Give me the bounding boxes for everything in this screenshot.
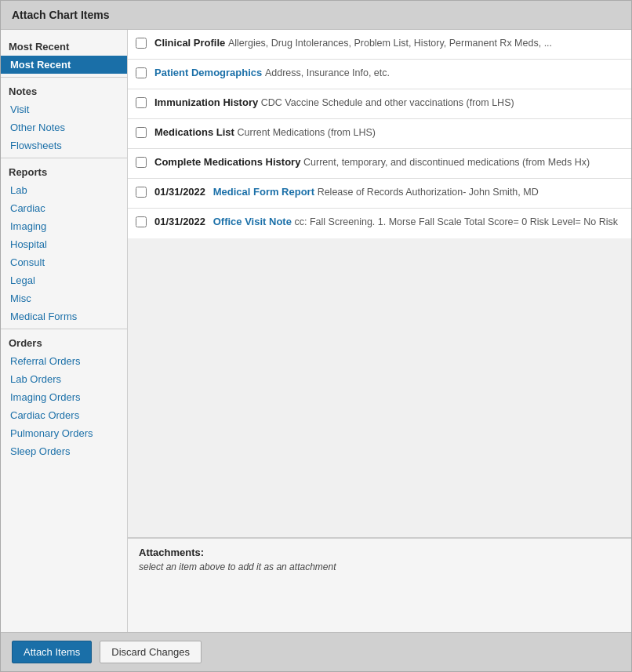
sidebar-item-imaging-orders[interactable]: Imaging Orders xyxy=(1,388,127,406)
complete-medications-history-text: Complete Medications History Current, te… xyxy=(154,155,623,170)
sidebar-item-most-recent[interactable]: Most Recent xyxy=(1,56,127,74)
attachments-label: Attachments: xyxy=(139,547,620,558)
clinical-profile-checkbox[interactable] xyxy=(136,38,147,49)
medications-list-text: Medications List Current Medications (fr… xyxy=(154,125,623,140)
sidebar-item-pulmonary-orders[interactable]: Pulmonary Orders xyxy=(1,424,127,442)
complete-medications-history-title: Complete Medications History xyxy=(154,156,300,168)
patient-demographics-checkbox[interactable] xyxy=(136,67,147,78)
medical-form-report-date: 01/31/2022 xyxy=(154,186,205,198)
sidebar-item-referral-orders[interactable]: Referral Orders xyxy=(1,352,127,370)
clinical-profile-text: Clinical Profile Allergies, Drug Intoler… xyxy=(154,36,623,51)
office-visit-note-title[interactable]: Office Visit Note xyxy=(213,216,292,227)
sidebar-divider-3 xyxy=(1,329,127,329)
list-item: Clinical Profile Allergies, Drug Intoler… xyxy=(128,30,631,60)
reports-section-header: Reports xyxy=(1,162,127,181)
sidebar: Most Recent Most Recent Notes Visit Othe… xyxy=(1,30,128,632)
clinical-profile-title: Clinical Profile xyxy=(154,37,225,49)
office-visit-note-text: 01/31/2022 Office Visit Note cc: Fall Sc… xyxy=(154,215,623,230)
attachments-area: Attachments: select an item above to add… xyxy=(128,538,631,632)
list-item: Patient Demographics Address, Insurance … xyxy=(128,60,631,89)
sidebar-item-misc[interactable]: Misc xyxy=(1,289,127,307)
sidebar-item-sleep-orders[interactable]: Sleep Orders xyxy=(1,442,127,460)
discard-changes-button[interactable]: Discard Changes xyxy=(100,641,202,663)
dialog-body: Most Recent Most Recent Notes Visit Othe… xyxy=(1,30,631,632)
medical-form-report-title[interactable]: Medical Form Report xyxy=(213,186,314,198)
sidebar-divider-2 xyxy=(1,158,127,158)
attach-chart-items-dialog: Attach Chart Items Most Recent Most Rece… xyxy=(0,0,632,672)
medical-form-report-desc: Release of Records Authorization- John S… xyxy=(318,187,539,198)
items-list: Clinical Profile Allergies, Drug Intoler… xyxy=(128,30,631,538)
dialog-footer: Attach Items Discard Changes xyxy=(1,632,631,671)
office-visit-note-date: 01/31/2022 xyxy=(154,216,205,227)
medications-list-title: Medications List xyxy=(154,126,234,138)
sidebar-divider-1 xyxy=(1,77,127,78)
patient-demographics-text: Patient Demographics Address, Insurance … xyxy=(154,66,623,81)
office-visit-note-checkbox[interactable] xyxy=(136,216,147,227)
immunization-history-text: Immunization History CDC Vaccine Schedul… xyxy=(154,96,623,111)
sidebar-item-visit[interactable]: Visit xyxy=(1,100,127,118)
sidebar-item-consult[interactable]: Consult xyxy=(1,253,127,271)
dialog-title: Attach Chart Items xyxy=(1,1,631,30)
complete-medications-history-checkbox[interactable] xyxy=(136,157,147,168)
medications-list-desc: Current Medications (from LHS) xyxy=(237,127,375,138)
list-item: 01/31/2022 Medical Form Report Release o… xyxy=(128,179,631,209)
sidebar-item-lab-orders[interactable]: Lab Orders xyxy=(1,370,127,388)
medications-list-checkbox[interactable] xyxy=(136,127,147,138)
sidebar-item-hospital[interactable]: Hospital xyxy=(1,235,127,253)
clinical-profile-desc: Allergies, Drug Intolerances, Problem Li… xyxy=(228,38,552,49)
notes-section-header: Notes xyxy=(1,81,127,100)
list-item: Immunization History CDC Vaccine Schedul… xyxy=(128,89,631,119)
most-recent-section-header: Most Recent xyxy=(1,36,127,56)
list-item: Medications List Current Medications (fr… xyxy=(128,119,631,149)
sidebar-item-imaging[interactable]: Imaging xyxy=(1,217,127,235)
sidebar-item-cardiac[interactable]: Cardiac xyxy=(1,199,127,217)
sidebar-item-lab[interactable]: Lab xyxy=(1,181,127,199)
main-content: Clinical Profile Allergies, Drug Intoler… xyxy=(128,30,631,632)
immunization-history-checkbox[interactable] xyxy=(136,97,147,108)
list-item: Complete Medications History Current, te… xyxy=(128,149,631,179)
patient-demographics-desc: Address, Insurance Info, etc. xyxy=(265,67,390,78)
sidebar-item-cardiac-orders[interactable]: Cardiac Orders xyxy=(1,406,127,424)
office-visit-note-desc: cc: Fall Screening. 1. Morse Fall Scale … xyxy=(295,216,618,227)
sidebar-item-flowsheets[interactable]: Flowsheets xyxy=(1,136,127,154)
attachments-hint: select an item above to add it as an att… xyxy=(139,561,620,572)
attach-items-button[interactable]: Attach Items xyxy=(12,641,92,663)
immunization-history-title: Immunization History xyxy=(154,96,258,108)
complete-medications-history-desc: Current, temporary, and discontinued med… xyxy=(303,157,590,168)
sidebar-item-other-notes[interactable]: Other Notes xyxy=(1,118,127,136)
medical-form-report-text: 01/31/2022 Medical Form Report Release o… xyxy=(154,185,623,200)
immunization-history-desc: CDC Vaccine Schedule and other vaccinati… xyxy=(261,97,514,108)
sidebar-item-legal[interactable]: Legal xyxy=(1,271,127,289)
sidebar-item-medical-forms[interactable]: Medical Forms xyxy=(1,307,127,325)
medical-form-report-checkbox[interactable] xyxy=(136,187,147,198)
list-item: 01/31/2022 Office Visit Note cc: Fall Sc… xyxy=(128,209,631,238)
patient-demographics-title[interactable]: Patient Demographics xyxy=(154,67,262,78)
orders-section-header: Orders xyxy=(1,332,127,352)
